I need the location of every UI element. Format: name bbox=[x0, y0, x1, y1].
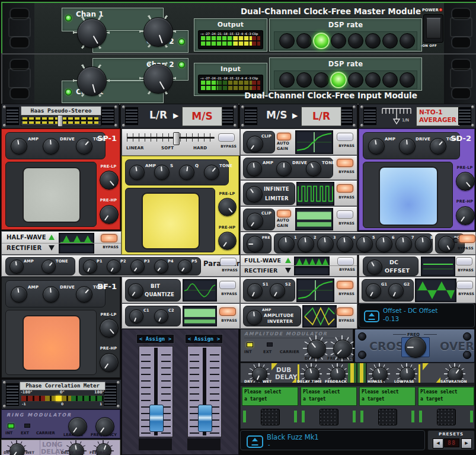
bf1-drive-knob[interactable] bbox=[43, 286, 59, 303]
limiter-knob[interactable] bbox=[246, 186, 263, 203]
target-assign-button-3[interactable] bbox=[378, 409, 397, 425]
depth-knob[interactable] bbox=[307, 339, 326, 358]
preset-prev-button[interactable]: ◀ bbox=[433, 438, 443, 448]
bypass-button[interactable] bbox=[337, 257, 354, 265]
bypass-button[interactable] bbox=[337, 210, 353, 219]
c-knob-6[interactable] bbox=[376, 236, 392, 252]
target-display-1[interactable]: Please select a target bbox=[242, 387, 298, 406]
sp1-drive-knob[interactable] bbox=[43, 138, 59, 155]
sp1-amp-knob[interactable] bbox=[11, 138, 27, 155]
amp-knob[interactable] bbox=[247, 161, 262, 177]
parametric-amp-knob[interactable] bbox=[9, 259, 24, 274]
auto-gain-button[interactable] bbox=[277, 210, 291, 217]
crossover-freq-knob[interactable] bbox=[405, 337, 426, 358]
tone-knob[interactable] bbox=[306, 161, 321, 177]
n-to-1-averager-module[interactable]: 1/N N-TO-1 AVERAGER bbox=[359, 104, 476, 129]
shaper-amp-knob[interactable] bbox=[129, 165, 145, 180]
shaper-s-knob[interactable] bbox=[154, 165, 170, 180]
p4-knob[interactable] bbox=[154, 259, 168, 274]
target-display-3[interactable]: Please select a target bbox=[359, 387, 416, 406]
p1-knob[interactable] bbox=[83, 259, 97, 274]
shaper-pre-lp-knob[interactable] bbox=[218, 198, 237, 216]
ms-to-lr-module[interactable]: M/S ▶ L/R bbox=[239, 104, 357, 129]
shaper-q-knob[interactable] bbox=[179, 165, 194, 180]
bypass-button[interactable] bbox=[337, 281, 353, 289]
parametric-tone-knob[interactable] bbox=[41, 259, 56, 274]
c-knob-1[interactable] bbox=[278, 236, 295, 252]
ring-frequency-knob[interactable] bbox=[95, 417, 114, 436]
amp-inverter-knob[interactable] bbox=[247, 310, 262, 325]
chan2-knob[interactable] bbox=[143, 64, 173, 94]
dsp-rate-button-7[interactable] bbox=[382, 72, 398, 88]
bypass-button[interactable] bbox=[218, 133, 235, 142]
up-triangle-icon[interactable] bbox=[49, 235, 55, 240]
bypass-button[interactable] bbox=[337, 159, 353, 167]
dsp-rate-button-8[interactable] bbox=[400, 33, 415, 49]
sp1-tone-knob[interactable] bbox=[76, 138, 92, 155]
dsp-rate-button-6[interactable] bbox=[365, 33, 381, 49]
dsp-rate-button-1[interactable] bbox=[279, 72, 295, 88]
c-knob-8[interactable] bbox=[415, 236, 432, 252]
target-display-4[interactable]: Please select a target bbox=[418, 387, 474, 406]
dsp-rate-button-1[interactable] bbox=[279, 33, 295, 49]
g1-knob[interactable] bbox=[366, 283, 381, 299]
bf1-pre-hp-knob[interactable] bbox=[100, 353, 119, 372]
chan1-knob[interactable] bbox=[77, 18, 107, 48]
leakage-knob[interactable] bbox=[68, 417, 87, 436]
clip-knob[interactable] bbox=[247, 136, 263, 152]
c-knob-4[interactable] bbox=[337, 236, 353, 252]
sd2-amp-knob[interactable] bbox=[368, 138, 385, 155]
fader-track-2[interactable] bbox=[187, 346, 222, 437]
bf1-pre-lp-knob[interactable] bbox=[100, 319, 119, 338]
bypass-button[interactable] bbox=[101, 234, 117, 242]
eject-icon[interactable] bbox=[364, 310, 379, 322]
p2-knob[interactable] bbox=[107, 259, 121, 274]
dsp-rate-button-5[interactable] bbox=[348, 33, 363, 49]
sd2-pre-hp-knob[interactable] bbox=[456, 206, 475, 225]
bit-quantize-knob[interactable] bbox=[128, 283, 143, 299]
fader-track-1[interactable] bbox=[139, 346, 173, 437]
p3-knob[interactable] bbox=[130, 259, 145, 274]
c-knob-5[interactable] bbox=[356, 236, 373, 252]
bypass-button[interactable] bbox=[337, 133, 353, 141]
up-triangle-icon[interactable] bbox=[285, 258, 291, 263]
eject-icon[interactable] bbox=[247, 435, 263, 448]
assign-target-1[interactable]: < Assign > bbox=[136, 334, 174, 344]
shaper-tone-knob[interactable] bbox=[204, 165, 219, 180]
frequency-knob[interactable] bbox=[333, 339, 352, 358]
dc-offset-knob[interactable] bbox=[367, 259, 382, 275]
bypass-button[interactable] bbox=[219, 281, 236, 289]
slider-handle[interactable] bbox=[57, 115, 63, 127]
dsp-rate-button-4[interactable] bbox=[330, 72, 347, 88]
bf1-xy-pad[interactable] bbox=[23, 315, 81, 371]
device-selector-display[interactable]: Black Fuzz Mk1 - bbox=[240, 430, 425, 450]
power-switch[interactable] bbox=[423, 14, 443, 43]
fader-cap-1[interactable] bbox=[149, 405, 164, 432]
bypass-button[interactable] bbox=[220, 258, 237, 266]
c-knob-2[interactable] bbox=[298, 236, 314, 252]
c-knob-7[interactable] bbox=[395, 236, 412, 252]
p5-knob[interactable] bbox=[178, 259, 192, 274]
bypass-button[interactable] bbox=[337, 184, 353, 193]
sd2-pre-lp-knob[interactable] bbox=[456, 172, 475, 191]
bypass-button[interactable] bbox=[337, 307, 353, 316]
bypass-button[interactable] bbox=[456, 281, 473, 289]
s1-knob[interactable] bbox=[247, 283, 263, 299]
sp1-pre-lp-knob[interactable] bbox=[100, 171, 119, 190]
haas-width-slider[interactable] bbox=[21, 116, 101, 126]
shaper-xy-pad[interactable] bbox=[142, 193, 200, 249]
dsp-rate-button-5[interactable] bbox=[348, 72, 363, 88]
shaper-pre-hp-knob[interactable] bbox=[218, 232, 237, 250]
drive-knob[interactable] bbox=[276, 161, 292, 177]
bypass-button[interactable] bbox=[456, 257, 472, 265]
dsp-rate-button-8[interactable] bbox=[400, 72, 415, 88]
slider-handle[interactable] bbox=[173, 132, 180, 145]
down-triangle-icon[interactable] bbox=[285, 268, 291, 273]
c2-knob[interactable] bbox=[154, 309, 168, 323]
sp1-xy-pad[interactable] bbox=[23, 167, 81, 223]
dsp-rate-button-7[interactable] bbox=[382, 33, 398, 49]
down-triangle-icon[interactable] bbox=[49, 245, 55, 251]
dsp-rate-button-6[interactable] bbox=[365, 72, 381, 88]
target-assign-button-1[interactable] bbox=[261, 409, 280, 425]
bypass-button[interactable] bbox=[459, 235, 475, 243]
